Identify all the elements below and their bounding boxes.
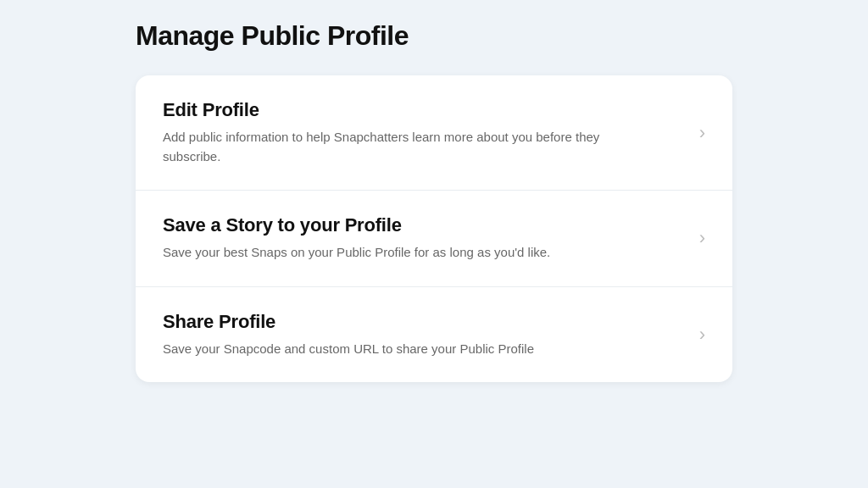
menu-card: Edit Profile Add public information to h… [136,75,732,382]
chevron-right-icon: › [699,324,705,346]
edit-profile-title: Edit Profile [163,99,682,121]
share-profile-content: Share Profile Save your Snapcode and cus… [163,311,699,359]
save-story-description: Save your best Snaps on your Public Prof… [163,243,637,263]
save-story-title: Save a Story to your Profile [163,214,682,236]
save-story-content: Save a Story to your Profile Save your b… [163,214,699,263]
share-profile-description: Save your Snapcode and custom URL to sha… [163,340,637,359]
page-title: Manage Public Profile [136,20,732,52]
share-profile-title: Share Profile [163,311,682,333]
chevron-right-icon: › [699,227,705,249]
chevron-right-icon: › [699,122,705,144]
edit-profile-item[interactable]: Edit Profile Add public information to h… [136,75,732,191]
edit-profile-description: Add public information to help Snapchatt… [163,128,637,166]
share-profile-item[interactable]: Share Profile Save your Snapcode and cus… [136,287,732,383]
page-container: Manage Public Profile Edit Profile Add p… [0,0,868,488]
save-story-item[interactable]: Save a Story to your Profile Save your b… [136,191,732,287]
edit-profile-content: Edit Profile Add public information to h… [163,99,699,166]
